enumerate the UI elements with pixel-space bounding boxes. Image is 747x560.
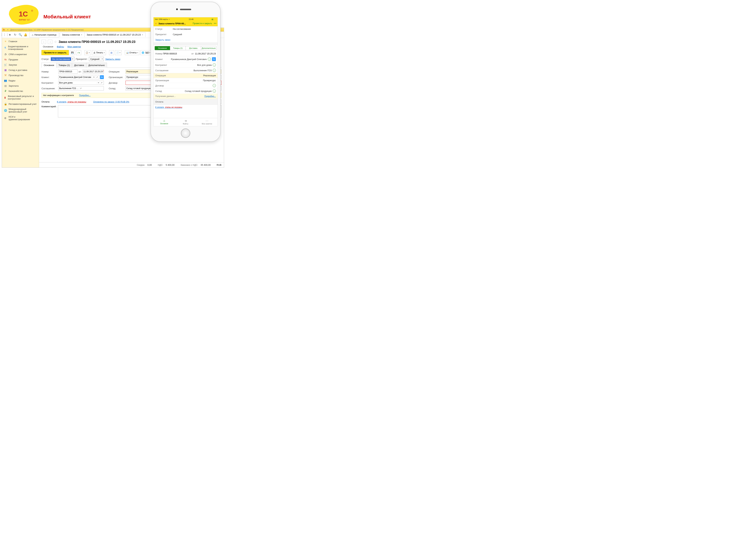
percent-badge-icon[interactable]: %	[212, 57, 216, 61]
subnav-main[interactable]: Основное	[42, 45, 55, 49]
bottom-tab-main[interactable]: ⌂Основное	[154, 118, 175, 126]
back-button[interactable]: ←	[42, 40, 46, 44]
grid-icon[interactable]: ⋮⋮⋮	[2, 32, 7, 37]
percent-badge-icon[interactable]: %	[100, 75, 104, 79]
sidebar-item-sales[interactable]: 🛍Продажи	[2, 57, 39, 62]
partner-field[interactable]: Все для дома▼↗	[58, 81, 104, 85]
payment-link[interactable]: К оплате, этапы не указаны	[57, 101, 86, 103]
chevron-right-icon: ›	[213, 89, 216, 92]
sidebar-item-production[interactable]: ⚒Производство	[2, 73, 39, 78]
sidebar-item-finresult[interactable]: ▮Финансовый результат и контроллинг	[2, 94, 39, 101]
phone-tab-main[interactable]: Основное	[155, 46, 170, 50]
number-field[interactable]: ПР00-000015	[58, 70, 78, 74]
open-icon[interactable]: ↗	[79, 87, 82, 89]
bottom-tab-notes[interactable]: ⋯Мои заметки	[196, 118, 217, 126]
svg-text:1С: 1С	[19, 10, 28, 18]
sidebar-item-main[interactable]: ≡Главное	[2, 39, 39, 44]
post-close-action[interactable]: Провести и закрыть	[192, 22, 212, 25]
more-icon[interactable]: •••	[214, 22, 216, 25]
comment-label: Комментарий:	[42, 105, 56, 117]
sidebar-item-purchase[interactable]: 🛒Закупки	[2, 62, 39, 68]
warehouse-label: Склад:	[109, 87, 125, 90]
search-icon[interactable]: 🔍	[18, 32, 23, 37]
phone-warehouse-row[interactable]: Склад Склад готовой продукции›	[154, 88, 217, 94]
subtab-delivery[interactable]: Доставка	[72, 63, 86, 68]
sidebar-item-budget[interactable]: ⚗Бюджетирование и планирование	[2, 44, 39, 52]
tab-orders[interactable]: Заказы клиентов ×	[60, 32, 84, 37]
date-field[interactable]: 11.09.2017 15:25:23📅	[83, 70, 104, 74]
post-and-close-button[interactable]: Провести и закрыть	[42, 50, 69, 55]
phone-contract-row[interactable]: Договор ›	[154, 83, 217, 88]
calendar-icon[interactable]: 📅	[103, 70, 104, 73]
sidebar-item-regulated[interactable]: 🔒Регламентированный учет	[2, 101, 39, 107]
field-value: Промресурс	[126, 76, 138, 78]
agreement-field[interactable]: Выполнение ГОЗ…↗	[58, 86, 104, 90]
client-field[interactable]: Рукавишников Дмитрий Олегови▼↗	[58, 75, 99, 79]
create-based-button[interactable]: 📄▾	[115, 50, 122, 55]
ordered-value: 35 400,00	[201, 164, 211, 166]
copy-button[interactable]: 📋▾	[84, 50, 91, 55]
open-icon[interactable]: ↗	[95, 76, 98, 78]
phone-operation-row[interactable]: Операция Реализация	[154, 73, 217, 78]
phone-payment-header: Оплата:	[154, 99, 217, 105]
sidebar-item-admin[interactable]: ⚙НСИ и администрирование	[2, 114, 39, 122]
phone-payment-link[interactable]: К оплате, этапы не указаны	[154, 105, 217, 110]
reports-button[interactable]: 📊 Отчеты▾	[125, 50, 139, 55]
sidebar-item-label: Кадры	[8, 79, 16, 82]
close-icon[interactable]: ×	[142, 33, 143, 36]
phone-status-bar: Нет SIM-карты ᯤ 15:46 ▮▯⚡	[154, 17, 217, 21]
phone-tab-extra[interactable]: Дополнительно	[201, 46, 216, 50]
details-link[interactable]: Подробно...	[204, 95, 216, 98]
sidebar-item-hr[interactable]: 👥Кадры	[2, 78, 39, 83]
status-select[interactable]: На согласовании ▼	[51, 57, 74, 61]
status-value: На согласовании	[173, 28, 216, 30]
more-icon[interactable]: …	[76, 87, 79, 89]
phone-home-button[interactable]	[181, 129, 190, 138]
phone-bottom-nav: ⌂Основное ➜Файлы ⋯Мои заметки	[154, 118, 217, 126]
separator	[154, 43, 217, 45]
home-tab[interactable]: ⌂ Начальная страница	[29, 32, 59, 37]
chevron-down-icon: ▼	[101, 58, 104, 60]
back-icon[interactable]: ‹	[155, 22, 157, 25]
agreement-value: Выполнение ГОЗ	[194, 69, 212, 72]
tab-order-doc[interactable]: Заказ клиента ПР00-000015 от 11.09.2017 …	[84, 32, 146, 37]
sidebar-item-warehouse[interactable]: ▦Склад и доставка	[2, 68, 39, 73]
paid-link[interactable]: Оплачено по заказу: 0,00 RUB 0%	[93, 101, 129, 103]
sidebar-item-crm[interactable]: ◔CRM и маркетинг	[2, 52, 39, 57]
phone-agreement-row[interactable]: Соглашение Выполнение ГОЗ›	[154, 68, 217, 73]
print-button[interactable]: 🖨 Печать▾	[92, 50, 106, 55]
bottom-tab-files[interactable]: ➜Файлы	[175, 118, 196, 126]
phone-tab-goods[interactable]: Товары (1)	[170, 46, 186, 50]
forward-button[interactable]: →	[48, 40, 52, 44]
phone-tab-delivery[interactable]: Доставка	[186, 46, 201, 50]
sidebar-item-ifrs[interactable]: 🌐Международный финансовый учет	[2, 107, 39, 114]
close-order-link[interactable]: Закрыть заказ	[105, 58, 120, 60]
phone-org-row[interactable]: Организация Промресурс	[154, 78, 217, 83]
phone-client-row[interactable]: Клиент Рукавишников Дмитрий Олегович›%	[154, 56, 217, 62]
open-icon[interactable]: ↗	[100, 82, 103, 84]
number-value: ПР00-000015	[163, 52, 177, 55]
document-statusbar: Скидка: 0,00 НДС: 5 400,00 Заказано с НД…	[39, 162, 224, 167]
star-icon[interactable]: ★	[7, 32, 12, 37]
subtab-extra[interactable]: Дополнительно	[86, 63, 107, 68]
phone-partner-row[interactable]: Контрагент Все для дома›	[154, 62, 217, 68]
save-button[interactable]: 💾	[70, 50, 75, 55]
close-icon[interactable]: ×	[81, 33, 82, 36]
favorite-icon[interactable]: ☆	[54, 40, 57, 44]
details-link[interactable]: Подробно...	[79, 94, 91, 97]
bell-icon[interactable]: 🔔	[23, 32, 28, 37]
subtab-goods[interactable]: Товары (1)	[56, 63, 72, 68]
subnav-notes[interactable]: Мои заметки	[66, 45, 82, 49]
dropdown-icon[interactable]: ▾	[6, 28, 9, 31]
sidebar-item-treasury[interactable]: ₽Казначейство	[2, 88, 39, 94]
post-button[interactable]: ✓▸	[76, 50, 81, 55]
list-button[interactable]: ▤	[109, 50, 114, 55]
priority-select[interactable]: Средний ▼	[89, 57, 104, 61]
sidebar-item-salary[interactable]: ▤Зарплата	[2, 83, 39, 88]
currency-label: RUB	[217, 164, 222, 166]
arrow-right-icon: ➜	[175, 119, 196, 123]
subtab-main[interactable]: Основное	[42, 63, 56, 68]
subnav-files[interactable]: Файлы	[55, 45, 65, 49]
history-icon[interactable]: ↻	[12, 32, 18, 37]
phone-close-order[interactable]: Закрыть заказ	[154, 37, 217, 43]
